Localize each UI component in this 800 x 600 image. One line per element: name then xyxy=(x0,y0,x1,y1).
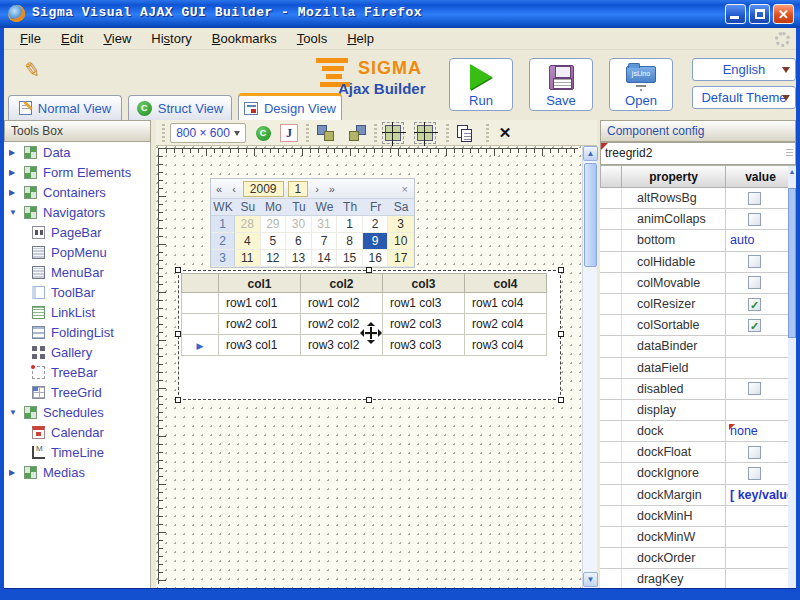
table-row[interactable]: row1 col1row1 col2row1 col3row1 col4 xyxy=(181,293,547,314)
prev-year-button[interactable]: « xyxy=(211,183,227,195)
grid-cell[interactable]: row2 col1 xyxy=(219,314,301,335)
grid-cell[interactable]: row1 col4 xyxy=(465,293,547,314)
property-row-dockorder[interactable]: dockOrder xyxy=(600,548,788,569)
calendar-day[interactable]: 16 xyxy=(363,250,389,267)
treegrid-widget[interactable]: col1col2col3col4row1 col1row1 col2row1 c… xyxy=(181,273,547,356)
save-button[interactable]: Save xyxy=(529,58,593,111)
calendar-day[interactable]: 29 xyxy=(261,216,287,233)
expand-bounds-button[interactable] xyxy=(382,123,404,143)
calendar-widget[interactable]: « ‹ 2009 1 › » × WKSuMoTuWeThFrSa 128293… xyxy=(210,178,415,268)
property-value[interactable] xyxy=(726,273,788,293)
grid-column-header[interactable]: col1 xyxy=(219,273,301,293)
sidebar-item-foldinglist[interactable]: FoldingList xyxy=(4,322,150,342)
sidebar-item-popmenu[interactable]: PopMenu xyxy=(4,242,150,262)
expand-arrow-icon[interactable]: ▶ xyxy=(9,188,22,197)
j-button[interactable]: J xyxy=(278,123,300,143)
property-value[interactable] xyxy=(726,548,788,568)
property-row-dockfloat[interactable]: dockFloat xyxy=(600,442,788,463)
scrollbar-thumb[interactable] xyxy=(584,163,597,267)
next-year-button[interactable]: » xyxy=(324,183,340,195)
calendar-year[interactable]: 2009 xyxy=(243,181,284,197)
sidebar-item-form-elements[interactable]: ▶Form Elements xyxy=(4,162,150,182)
calendar-day[interactable]: 14 xyxy=(312,250,338,267)
sidebar-item-linklist[interactable]: LinkList xyxy=(4,302,150,322)
grid-cell[interactable]: row2 col3 xyxy=(383,314,465,335)
scroll-down-button[interactable]: ▼ xyxy=(583,572,598,587)
maximize-button[interactable] xyxy=(749,4,770,24)
grid-column-header[interactable]: col3 xyxy=(383,273,465,293)
collapse-arrow-icon[interactable]: ▼ xyxy=(9,208,22,217)
checkbox-checked[interactable]: ✓ xyxy=(748,319,761,332)
property-value[interactable] xyxy=(726,358,788,378)
property-row-display[interactable]: display xyxy=(600,400,788,421)
calendar-day[interactable]: 2 xyxy=(363,216,389,233)
property-value[interactable]: none xyxy=(726,421,788,441)
property-row-colmovable[interactable]: colMovable xyxy=(600,273,788,294)
grid-cell[interactable]: row3 col1 xyxy=(219,335,301,356)
scroll-up-button[interactable]: ▲ xyxy=(583,146,598,161)
property-value[interactable] xyxy=(726,336,788,356)
property-row-dockignore[interactable]: dockIgnore xyxy=(600,463,788,484)
minimize-button[interactable] xyxy=(725,4,746,24)
component-selector-input[interactable]: treegrid2 xyxy=(600,142,796,165)
menu-item-bookmarks[interactable]: Bookmarks xyxy=(202,28,287,49)
next-month-button[interactable]: › xyxy=(310,183,324,195)
menu-item-tools[interactable]: Tools xyxy=(287,28,337,49)
grid-cell[interactable]: row3 col3 xyxy=(383,335,465,356)
open-button[interactable]: jsLino Open xyxy=(609,58,673,111)
calendar-day[interactable]: 9 xyxy=(363,233,389,250)
calendar-day[interactable]: 6 xyxy=(286,233,312,250)
resize-handle-w[interactable] xyxy=(175,331,181,337)
calendar-day[interactable]: 11 xyxy=(235,250,261,267)
calendar-day[interactable]: 5 xyxy=(261,233,287,250)
calendar-day[interactable]: 3 xyxy=(388,216,414,233)
property-row-databinder[interactable]: dataBinder xyxy=(600,336,788,357)
grid-column-header[interactable]: col2 xyxy=(301,273,383,293)
calendar-day[interactable]: 13 xyxy=(286,250,312,267)
grid-column-header[interactable]: col4 xyxy=(465,273,547,293)
calendar-day[interactable]: 10 xyxy=(388,233,414,250)
checkbox-checked[interactable]: ✓ xyxy=(748,298,761,311)
delete-button[interactable]: ✕ xyxy=(494,123,516,143)
property-value[interactable] xyxy=(726,379,788,399)
sidebar-item-calendar[interactable]: Calendar xyxy=(4,422,150,442)
sidebar-item-navigators[interactable]: ▼Navigators xyxy=(4,202,150,222)
property-scrollbar[interactable]: ▲ xyxy=(788,166,796,588)
resize-handle-s[interactable] xyxy=(366,397,372,403)
calendar-day[interactable]: 4 xyxy=(235,233,261,250)
tab-design-view[interactable]: Design View xyxy=(238,93,342,120)
calendar-day[interactable]: 1 xyxy=(337,216,363,233)
calendar-day[interactable]: 15 xyxy=(337,250,363,267)
property-row-colsortable[interactable]: colSortable✓ xyxy=(600,315,788,336)
menu-item-edit[interactable]: Edit xyxy=(51,28,93,49)
property-value[interactable] xyxy=(726,209,788,229)
property-row-disabled[interactable]: disabled xyxy=(600,379,788,400)
prev-month-button[interactable]: ‹ xyxy=(227,183,241,195)
scroll-up-icon[interactable]: ▲ xyxy=(788,168,796,175)
design-canvas[interactable]: « ‹ 2009 1 › » × WKSuMoTuWeThFrSa 128293… xyxy=(156,146,582,588)
resize-handle-ne[interactable] xyxy=(558,267,564,273)
run-button[interactable]: Run xyxy=(449,58,513,111)
bring-to-front-button[interactable] xyxy=(314,123,336,143)
menu-item-help[interactable]: Help xyxy=(337,28,384,49)
theme-dropdown[interactable]: Default Theme xyxy=(692,86,796,109)
property-row-dockmargin[interactable]: dockMargin[ key/value pai xyxy=(600,485,788,506)
grid-cell[interactable]: row2 col4 xyxy=(465,314,547,335)
sidebar-item-data[interactable]: ▶Data xyxy=(4,142,150,162)
language-dropdown[interactable]: English xyxy=(692,58,796,81)
property-value[interactable]: [ key/value pai xyxy=(726,485,788,505)
calendar-day[interactable]: 30 xyxy=(286,216,312,233)
calendar-day[interactable]: 8 xyxy=(337,233,363,250)
menu-item-file[interactable]: File xyxy=(10,28,51,49)
grid-cell[interactable]: row3 col4 xyxy=(465,335,547,356)
property-row-datafield[interactable]: dataField xyxy=(600,358,788,379)
sidebar-item-containers[interactable]: ▶Containers xyxy=(4,182,150,202)
expand-arrow-icon[interactable]: ▶ xyxy=(9,468,22,477)
shrink-bounds-button[interactable] xyxy=(414,123,436,143)
sidebar-item-schedules[interactable]: ▼Schedules xyxy=(4,402,150,422)
resize-handle-sw[interactable] xyxy=(175,397,181,403)
copy-button[interactable] xyxy=(454,123,476,143)
calendar-day[interactable]: 28 xyxy=(235,216,261,233)
resize-handle-se[interactable] xyxy=(558,397,564,403)
resize-handle-e[interactable] xyxy=(558,331,564,337)
